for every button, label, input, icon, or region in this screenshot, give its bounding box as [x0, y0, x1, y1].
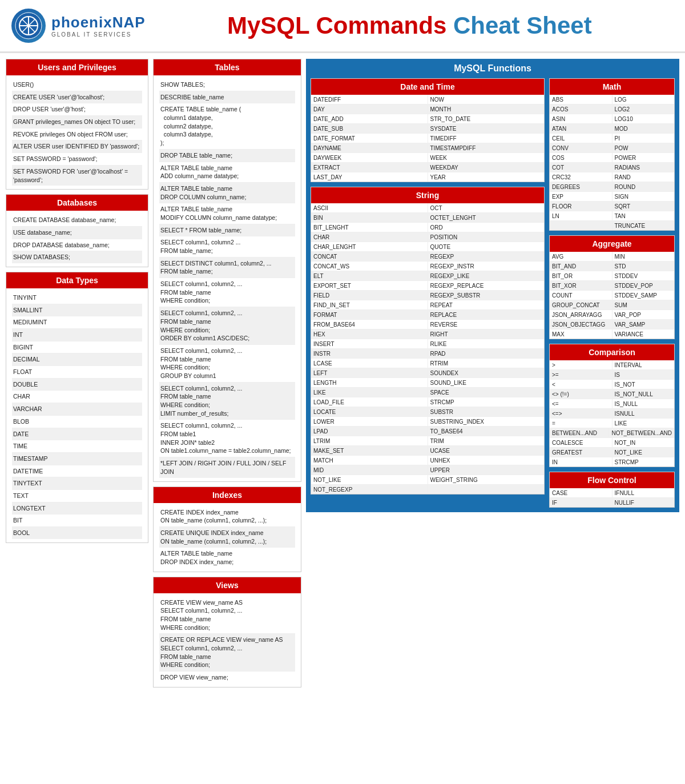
list-item: BETWEEN...ANDNOT_BETWEEN...AND: [550, 428, 674, 438]
cell: IS: [613, 370, 675, 380]
list-item: SET PASSWORD = 'password';: [12, 153, 142, 166]
main-content: Users and Privileges USER() CREATE USER …: [0, 53, 685, 693]
cell: LOWER: [311, 417, 428, 427]
cell: REGEXP_INSTR: [428, 262, 545, 271]
list-item: JSON_ARRAYAGGVAR_POP: [550, 310, 674, 320]
list-item: COSPOWER: [550, 153, 674, 163]
cell: RPAD: [428, 349, 545, 359]
list-item: LIKESPACE: [311, 388, 544, 397]
users-privileges-section: Users and Privileges USER() CREATE USER …: [6, 59, 148, 190]
list-item: DROP DATABASE database_name;: [12, 239, 142, 252]
cell: FLOOR: [550, 202, 613, 211]
cell: FROM_BASE64: [311, 320, 428, 329]
cell: MAX: [550, 329, 613, 339]
cell: <=>: [550, 409, 613, 419]
cell: CHAR: [311, 232, 428, 242]
cell: SOUNDEX: [428, 368, 545, 378]
list-item: TINYINT: [12, 292, 142, 304]
comparison-section: Comparison >INTERVAL >=IS <IS_NOT <> (!=…: [549, 344, 675, 467]
list-item: LONGTEXT: [12, 502, 142, 515]
cell: NULLIF: [613, 498, 675, 507]
flow-control-header: Flow Control: [550, 472, 674, 488]
tables-section: Tables SHOW TABLES; DESCRIBE table_name …: [153, 59, 301, 482]
cell: MIN: [613, 252, 675, 262]
list-item: CREATE OR REPLACE VIEW view_name ASSELEC…: [159, 634, 295, 672]
title-part1: MySQL Commands: [227, 12, 446, 39]
cell: REGEXP: [428, 252, 545, 262]
cell: DATEDIFF: [311, 95, 428, 104]
cell: IS_NULL: [613, 399, 675, 409]
cell: STDDEV_POP: [613, 281, 675, 291]
list-item: FIND_IN_SETREPEAT: [311, 300, 544, 310]
cell: SQRT: [613, 202, 675, 211]
list-item: CREATE UNIQUE INDEX index_nameON table_n…: [159, 527, 295, 548]
cell: BIT_AND: [550, 262, 613, 271]
cell: REGEXP_LIKE: [428, 271, 545, 281]
page-title: MySQL Commands Cheat Sheet: [146, 12, 674, 39]
cell: CONCAT_WS: [311, 262, 428, 271]
list-item: GROUP_CONCATSUM: [550, 300, 674, 310]
functions-grid: Date and Time DATEDIFFNOW DAYMONTH DATE_…: [311, 78, 675, 508]
list-item: INSTRRPAD: [311, 349, 544, 359]
list-item: JSON_OBJECTAGGVAR_SAMP: [550, 320, 674, 329]
list-item: BIT_ANDSTD: [550, 262, 674, 271]
cell: REPLACE: [428, 310, 545, 320]
list-item: MATCHUNHEX: [311, 456, 544, 465]
cell: BETWEEN...AND: [550, 428, 609, 438]
cell: ASIN: [550, 114, 613, 124]
cell: VARIANCE: [613, 329, 675, 339]
logo-tagline: GLOBAL IT SERVICES: [51, 31, 146, 38]
logo-area: phoenixNAP GLOBAL IT SERVICES: [11, 9, 146, 43]
cell: INSTR: [311, 349, 428, 359]
cell: SYSDATE: [428, 124, 545, 134]
list-item: ALTER USER user IDENTIFIED BY 'password'…: [12, 140, 142, 153]
cell: MAKE_SET: [311, 446, 428, 456]
list-item: MAXVARIANCE: [550, 329, 674, 339]
list-item: BIT_ORSTDDEV: [550, 271, 674, 281]
string-header: String: [311, 187, 544, 203]
cell: STRCMP: [428, 397, 545, 407]
cell: STRCMP: [613, 457, 675, 467]
list-item: DROP TABLE table_name;: [159, 150, 295, 162]
list-item: MEDIUMINT: [12, 316, 142, 329]
cell: DATE_FORMAT: [311, 134, 428, 143]
cell: [428, 485, 545, 494]
cell: REVERSE: [428, 320, 545, 329]
views-section: Views CREATE VIEW view_name ASSELECT col…: [153, 577, 301, 687]
cell: VAR_POP: [613, 310, 675, 320]
databases-content: CREATE DATABASE database_name; USE datab…: [6, 211, 148, 267]
cell: EXP: [550, 192, 613, 202]
list-item: BIT_LENGHTORD: [311, 223, 544, 232]
list-item: ALTER TABLE table_nameDROP COLUMN column…: [159, 183, 295, 203]
cell: VAR_SAMP: [613, 320, 675, 329]
list-item: FLOORSQRT: [550, 202, 674, 211]
list-item: TEXT: [12, 490, 142, 502]
cell: ATAN: [550, 124, 613, 134]
list-item: BIT: [12, 514, 142, 527]
list-item: EXPORT_SETREGEXP_REPLACE: [311, 281, 544, 291]
cell: JSON_OBJECTAGG: [550, 320, 613, 329]
list-item: SHOW DATABASES;: [12, 251, 142, 263]
list-item: BINOCTET_LENGHT: [311, 213, 544, 223]
list-item: TINYTEXT: [12, 477, 142, 490]
cell: IS_NOT: [613, 380, 675, 389]
list-item: ACOSLOG2: [550, 104, 674, 114]
list-item: TRUNCATE: [550, 221, 674, 230]
page-header: phoenixNAP GLOBAL IT SERVICES MySQL Comm…: [0, 0, 685, 53]
cell: SPACE: [428, 388, 545, 397]
cell: COS: [550, 153, 613, 163]
cell: COT: [550, 163, 613, 172]
cell: EXPORT_SET: [311, 281, 428, 291]
list-item: BIT_XORSTDDEV_POP: [550, 281, 674, 291]
cell: MONTH: [428, 104, 545, 114]
list-item: SELECT column1, column2, ...FROM table_n…: [159, 307, 295, 345]
cell: NOT_LIKE: [311, 475, 428, 485]
cell: RLIKE: [428, 339, 545, 349]
cell: ORD: [428, 223, 545, 232]
cell: POW: [613, 143, 675, 153]
cell: OCT: [428, 203, 545, 213]
list-item: *LEFT JOIN / RIGHT JOIN / FULL JOIN / SE…: [159, 457, 295, 477]
tables-content: SHOW TABLES; DESCRIBE table_name CREATE …: [154, 75, 301, 481]
cell: SUBSTR: [428, 407, 545, 417]
list-item: FROM_BASE64REVERSE: [311, 320, 544, 329]
